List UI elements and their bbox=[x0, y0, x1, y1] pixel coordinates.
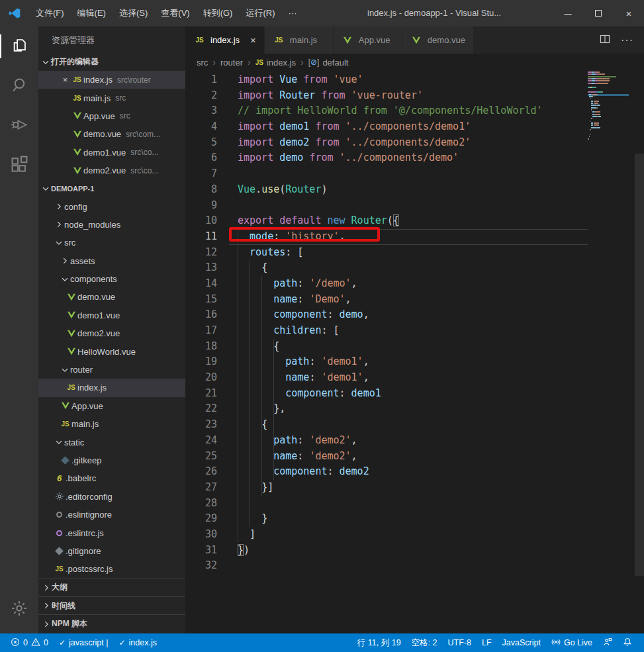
minimize-button[interactable]: ─ bbox=[553, 0, 583, 26]
code-line[interactable]: 15 name: 'Demo', bbox=[185, 292, 644, 308]
open-editor-item[interactable]: App.vuesrc bbox=[38, 107, 185, 125]
tree-folder-static[interactable]: static bbox=[38, 433, 185, 451]
code-line[interactable]: 13 { bbox=[185, 260, 644, 276]
code-line[interactable]: 30 ] bbox=[185, 527, 644, 543]
statusbar-language-mode[interactable]: JavaScript bbox=[497, 633, 546, 652]
code-line[interactable]: 12 routes: [ bbox=[185, 245, 644, 261]
code-line[interactable]: 8Vue.use(Router) bbox=[185, 182, 644, 198]
tab-main.js[interactable]: JSmain.js bbox=[265, 26, 334, 54]
activitybar-explorer[interactable] bbox=[0, 26, 38, 66]
code-line[interactable]: 25 name: 'demo2', bbox=[185, 449, 644, 465]
tab-App.vue[interactable]: App.vue bbox=[334, 26, 402, 54]
code-line[interactable]: 6import demo from '../components/demo' bbox=[185, 150, 644, 166]
code-line[interactable]: 2import Router from 'vue-router' bbox=[185, 88, 644, 104]
tree-folder-router[interactable]: router bbox=[38, 361, 185, 379]
code-line[interactable]: 5import demo2 from '../components/demo2' bbox=[185, 135, 644, 151]
code-line[interactable]: 29 } bbox=[185, 511, 644, 527]
tree-file-.eslintrc.js[interactable]: .eslintrc.js bbox=[38, 524, 185, 541]
statusbar-file-status[interactable]: ✓index.js bbox=[113, 633, 161, 652]
tree-file-demo.vue[interactable]: demo.vue bbox=[38, 288, 185, 306]
open-editor-item[interactable]: demo1.vuesrc\co... bbox=[38, 144, 185, 162]
code-editor[interactable]: 1import Vue from 'vue'2import Router fro… bbox=[185, 71, 644, 633]
code-line[interactable]: 26 component: demo2 bbox=[185, 464, 644, 480]
statusbar-eol[interactable]: LF bbox=[477, 633, 497, 652]
code-line[interactable]: 22 }, bbox=[185, 401, 644, 417]
menu-item[interactable]: ··· bbox=[281, 0, 303, 26]
open-editor-item[interactable]: demo.vuesrc\com... bbox=[38, 125, 185, 143]
code-line[interactable]: 9 bbox=[185, 198, 644, 214]
menu-item[interactable]: 文件(F) bbox=[29, 0, 71, 26]
tree-folder-src[interactable]: src bbox=[38, 234, 185, 252]
close-button[interactable]: × bbox=[614, 0, 644, 26]
menu-item[interactable]: 运行(R) bbox=[239, 0, 281, 26]
code-line[interactable]: 4import demo1 from '../components/demo1' bbox=[185, 119, 644, 135]
tree-folder-config[interactable]: config bbox=[38, 197, 185, 215]
vertical-scrollbar[interactable] bbox=[635, 154, 644, 576]
tree-file-HelloWorld.vue[interactable]: HelloWorld.vue bbox=[38, 342, 185, 360]
sidebar-section-大纲[interactable]: 大纲 bbox=[38, 579, 185, 596]
code-line[interactable]: 21 component: demo1 bbox=[185, 386, 644, 402]
statusbar-go-live[interactable]: Go Live bbox=[546, 633, 598, 652]
code-line[interactable]: 7 bbox=[185, 166, 644, 182]
menu-item[interactable]: 选择(S) bbox=[113, 0, 154, 26]
maximize-button[interactable] bbox=[583, 0, 614, 26]
activitybar-search[interactable] bbox=[0, 66, 38, 106]
tree-file-main.js[interactable]: JSmain.js bbox=[38, 415, 185, 433]
tree-folder-components[interactable]: components bbox=[38, 270, 185, 288]
tab-index.js[interactable]: JSindex.js× bbox=[185, 26, 265, 54]
tree-file-.gitignore[interactable]: .gitignore bbox=[38, 542, 185, 560]
code-line[interactable]: 19 path: 'demo1', bbox=[185, 354, 644, 370]
tree-file-demo1.vue[interactable]: demo1.vue bbox=[38, 306, 185, 324]
tree-file-.gitkeep[interactable]: .gitkeep bbox=[38, 451, 185, 469]
breadcrumb-index.js[interactable]: JSindex.js bbox=[255, 58, 296, 68]
code-line[interactable]: 24 path: 'demo2', bbox=[185, 433, 644, 449]
breadcrumb-default[interactable]: [⊘]default bbox=[308, 58, 349, 68]
code-line[interactable]: 16 component: demo, bbox=[185, 307, 644, 323]
menu-item[interactable]: 查看(V) bbox=[154, 0, 196, 26]
breadcrumb-router[interactable]: router bbox=[220, 58, 243, 68]
statusbar-problems[interactable]: 00 bbox=[5, 633, 54, 652]
tree-folder-assets[interactable]: assets bbox=[38, 252, 185, 270]
sidebar-section-时间线[interactable]: 时间线 bbox=[38, 596, 185, 614]
statusbar-live-share[interactable] bbox=[598, 633, 618, 652]
minimap[interactable] bbox=[588, 71, 629, 150]
tree-file-.babelrc[interactable]: 6.babelrc bbox=[38, 469, 185, 487]
open-editor-item[interactable]: JSmain.jssrc bbox=[38, 89, 185, 107]
tree-file-.editorconfig[interactable]: .editorconfig bbox=[38, 488, 185, 506]
code-line[interactable]: 14 path: '/demo', bbox=[185, 276, 644, 292]
open-editor-item[interactable]: demo2.vuesrc\co... bbox=[38, 162, 185, 179]
code-line[interactable]: 32 bbox=[185, 558, 644, 574]
code-line[interactable]: 18 { bbox=[185, 339, 644, 355]
menu-item[interactable]: 编辑(E) bbox=[71, 0, 113, 26]
code-line[interactable]: 17 children: [ bbox=[185, 323, 644, 339]
tab-demo.vue[interactable]: demo.vue bbox=[402, 26, 474, 54]
tree-file-demo2.vue[interactable]: demo2.vue bbox=[38, 324, 185, 342]
tree-folder-node_modules[interactable]: node_modules bbox=[38, 216, 185, 234]
tree-file-index.js[interactable]: JSindex.js bbox=[38, 379, 185, 396]
code-line[interactable]: 28 bbox=[185, 496, 644, 512]
breadcrumb-src[interactable]: src bbox=[197, 58, 208, 68]
tree-file-.postcssrc.js[interactable]: JS.postcssrc.js bbox=[38, 560, 185, 578]
activitybar-run-and-debug[interactable] bbox=[0, 106, 38, 146]
menu-item[interactable]: 转到(G) bbox=[197, 0, 240, 26]
code-line[interactable]: 27 }] bbox=[185, 480, 644, 496]
statusbar-cursor-position[interactable]: 行 11, 列 19 bbox=[352, 633, 406, 652]
code-line[interactable]: 31}) bbox=[185, 543, 644, 559]
open-editor-item[interactable]: ×JSindex.jssrc\router bbox=[38, 71, 185, 89]
open-editors-header[interactable]: 打开的编辑器 bbox=[38, 53, 185, 71]
statusbar-linter-status[interactable]: ✓javascript | bbox=[54, 633, 114, 652]
more-actions-button[interactable]: ··· bbox=[621, 34, 633, 46]
statusbar-encoding[interactable]: UTF-8 bbox=[443, 633, 477, 652]
statusbar-indentation[interactable]: 空格: 2 bbox=[406, 633, 443, 652]
tab-close-icon[interactable]: × bbox=[250, 34, 256, 46]
code-line[interactable]: 23 { bbox=[185, 417, 644, 433]
activitybar-settings[interactable] bbox=[0, 590, 38, 629]
close-icon[interactable]: × bbox=[60, 75, 71, 85]
code-line[interactable]: 1import Vue from 'vue' bbox=[185, 72, 644, 88]
project-section-header[interactable]: DEMOAPP-1 bbox=[38, 179, 185, 197]
statusbar-notifications[interactable] bbox=[618, 633, 637, 652]
sidebar-section-NPM 脚本[interactable]: NPM 脚本 bbox=[38, 614, 185, 632]
tree-file-.eslintignore[interactable]: .eslintignore bbox=[38, 506, 185, 524]
tree-file-App.vue[interactable]: App.vue bbox=[38, 397, 185, 415]
activitybar-extensions[interactable] bbox=[0, 146, 38, 185]
